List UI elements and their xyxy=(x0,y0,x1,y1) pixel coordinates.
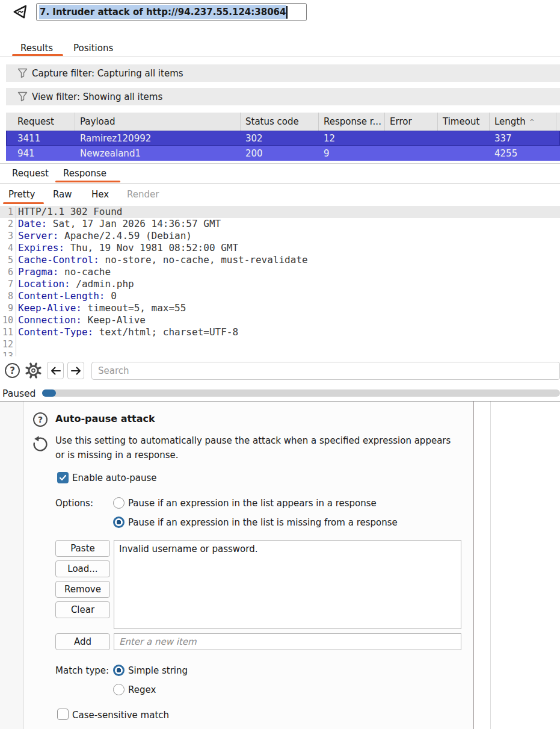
help-icon[interactable]: ? xyxy=(33,412,48,427)
response-line: 8Content-Length: 0 xyxy=(0,290,560,302)
response-line: 9Keep-Alive: timeout=5, max=55 xyxy=(0,302,560,314)
cell xyxy=(385,131,438,146)
search-input[interactable] xyxy=(91,362,560,380)
radio-pause-missing-label: Pause if an expression in the list is mi… xyxy=(128,517,398,528)
separator xyxy=(0,183,560,184)
table-header-row: RequestPayloadStatus codeResponse r...Er… xyxy=(6,113,560,131)
attack-title-input[interactable]: 7. Intruder attack of http://94.237.55.1… xyxy=(36,3,307,21)
radio-pause-missing[interactable] xyxy=(113,517,125,528)
response-line: 5Cache-Control: no-store, no-cache, must… xyxy=(0,254,560,266)
settings-gutter xyxy=(0,402,23,729)
case-sensitive-checkbox[interactable] xyxy=(57,709,69,720)
cell xyxy=(438,131,490,146)
radio-regex-label: Regex xyxy=(128,684,156,695)
tab-pretty[interactable]: Pretty xyxy=(8,189,35,200)
reset-icon[interactable] xyxy=(31,435,50,454)
response-line: 12 xyxy=(0,338,560,350)
cell: 3411 xyxy=(6,131,75,146)
expression-list[interactable]: Invalid username or password. xyxy=(114,540,461,629)
separator xyxy=(490,402,491,729)
column-header-error[interactable]: Error xyxy=(385,113,438,131)
attack-progress-fill xyxy=(42,389,56,397)
column-header-request[interactable]: Request xyxy=(6,113,75,131)
tab-hex[interactable]: Hex xyxy=(91,189,109,200)
response-line: 6Pragma: no-cache xyxy=(0,266,560,278)
cell: 302 xyxy=(241,131,319,146)
response-editor[interactable]: 1HTTP/1.1 302 Found2Date: Sat, 17 Jan 20… xyxy=(0,206,560,356)
check-icon xyxy=(59,474,67,482)
column-header-status-code[interactable]: Status code xyxy=(241,113,319,131)
radio-pause-appears-label: Pause if an expression in the list appea… xyxy=(128,498,377,509)
help-icon[interactable]: ? xyxy=(5,363,20,378)
response-line: 4Expires: Thu, 19 Nov 1981 08:52:00 GMT xyxy=(0,242,560,254)
radio-regex[interactable] xyxy=(113,684,125,695)
tab-positions[interactable]: Positions xyxy=(73,43,113,54)
options-label: Options: xyxy=(55,498,93,509)
radio-simple-string-label: Simple string xyxy=(128,665,188,676)
column-header-response-r-[interactable]: Response r... xyxy=(319,113,385,131)
attack-progress-bar xyxy=(42,389,560,397)
tab-render: Render xyxy=(127,189,159,200)
remove-button[interactable]: Remove xyxy=(55,581,110,598)
enable-autopause-label: Enable auto-pause xyxy=(72,473,157,483)
response-line: 1HTTP/1.1 302 Found xyxy=(0,206,560,218)
capture-filter-bar[interactable]: Capture filter: Capturing all items xyxy=(6,64,560,82)
settings-gear-icon[interactable] xyxy=(25,362,42,379)
paused-label: Paused xyxy=(2,388,35,399)
separator xyxy=(0,57,560,57)
cell: 4255 xyxy=(490,146,556,161)
sort-ascending-icon: ^ xyxy=(529,118,535,126)
active-tab-underline xyxy=(12,54,63,56)
result-row[interactable]: 941Newzealand120094255 xyxy=(6,146,560,161)
add-button[interactable]: Add xyxy=(55,633,110,650)
tab-response[interactable]: Response xyxy=(63,168,106,179)
radio-simple-string[interactable] xyxy=(113,665,125,676)
funnel-icon xyxy=(17,68,28,78)
attack-title-text: 7. Intruder attack of http://94.237.55.1… xyxy=(39,5,286,19)
active-tab-underline xyxy=(55,181,120,182)
response-line: 11Content-Type: text/html; charset=UTF-8 xyxy=(0,326,560,338)
case-sensitive-label: Case-sensitive match xyxy=(72,710,169,721)
cell: Ramirez120992 xyxy=(75,131,241,146)
response-line: 10Connection: Keep-Alive xyxy=(0,314,560,326)
expression-list-item[interactable]: Invalid username or password. xyxy=(119,544,456,554)
cell: 337 xyxy=(490,131,556,146)
paste-button[interactable]: Paste xyxy=(55,540,110,557)
response-line: 7Location: /admin.php xyxy=(0,278,560,290)
response-line: 13 xyxy=(0,350,560,356)
result-row[interactable]: 3411Ramirez12099230212337 xyxy=(6,131,560,146)
column-header-payload[interactable]: Payload xyxy=(75,113,241,131)
left-arrow-icon xyxy=(50,366,61,376)
results-table: RequestPayloadStatus codeResponse r...Er… xyxy=(6,113,560,161)
view-filter-label: View filter: Showing all items xyxy=(32,92,162,102)
cell: 12 xyxy=(319,131,385,146)
cell: 200 xyxy=(241,146,319,161)
cell: 9 xyxy=(319,146,385,161)
text-caret xyxy=(286,6,288,19)
column-header-timeout[interactable]: Timeout xyxy=(438,113,490,131)
cell xyxy=(438,146,490,161)
radio-pause-appears[interactable] xyxy=(113,497,125,509)
view-filter-bar[interactable]: View filter: Showing all items xyxy=(6,88,560,105)
cell: 941 xyxy=(6,146,75,161)
back-button[interactable] xyxy=(47,362,64,379)
clear-button[interactable]: Clear xyxy=(55,601,110,618)
capture-filter-label: Capture filter: Capturing all items xyxy=(32,68,183,79)
column-header-length[interactable]: Length^ xyxy=(490,113,556,131)
new-item-input[interactable] xyxy=(114,633,461,650)
match-type-label: Match type: xyxy=(55,665,109,676)
cell: Newzealand1 xyxy=(75,146,241,161)
response-line: 2Date: Sat, 17 Jan 2026 14:36:57 GMT xyxy=(0,218,560,230)
load-button[interactable]: Load... xyxy=(55,560,110,577)
enable-autopause-checkbox[interactable] xyxy=(57,472,69,483)
funnel-icon xyxy=(17,92,28,102)
tab-raw[interactable]: Raw xyxy=(53,189,72,200)
right-arrow-icon xyxy=(70,366,82,376)
forward-button[interactable] xyxy=(67,362,84,379)
tab-results[interactable]: Results xyxy=(20,43,53,54)
tab-request[interactable]: Request xyxy=(12,168,49,179)
active-tab-underline xyxy=(3,202,44,204)
separator xyxy=(0,163,560,164)
cell xyxy=(385,146,438,161)
autopause-description: Use this setting to automatically pause … xyxy=(55,434,452,462)
